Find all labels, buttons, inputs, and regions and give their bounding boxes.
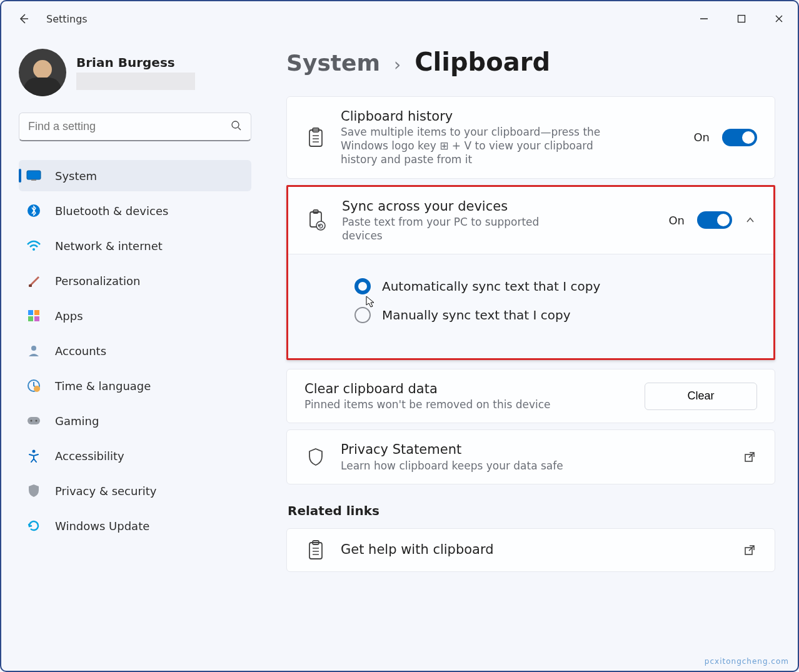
sidebar-item-label: Privacy & security [55, 484, 157, 498]
svg-rect-8 [29, 284, 32, 287]
sidebar-item-update[interactable]: Windows Update [19, 510, 251, 541]
bluetooth-icon [26, 203, 41, 218]
system-icon [26, 168, 41, 183]
sidebar-item-privacy[interactable]: Privacy & security [19, 475, 251, 506]
sidebar-item-label: Apps [55, 309, 83, 323]
clipboard-icon [304, 128, 327, 148]
related-help-clipboard[interactable]: Get help with clipboard [286, 528, 775, 572]
radio-label: Manually sync text that I copy [382, 308, 571, 323]
chevron-up-icon[interactable] [745, 214, 756, 226]
setting-title: Clipboard history [341, 108, 680, 125]
svg-point-15 [34, 386, 40, 392]
setting-sync-devices-highlighted: Sync across your devices Paste text from… [286, 185, 775, 360]
svg-point-17 [31, 420, 33, 422]
radio-manual-sync[interactable]: Manually sync text that I copy [354, 307, 756, 323]
svg-rect-10 [34, 310, 39, 315]
svg-point-7 [33, 248, 35, 251]
svg-rect-9 [28, 310, 33, 315]
back-button[interactable] [16, 11, 31, 26]
svg-rect-11 [28, 316, 33, 321]
page-title: Clipboard [415, 48, 550, 76]
sidebar-item-personalization[interactable]: Personalization [19, 265, 251, 296]
apps-icon [26, 308, 41, 323]
chevron-right-icon: › [394, 54, 401, 75]
sync-toggle[interactable] [697, 211, 732, 229]
svg-rect-5 [31, 179, 36, 181]
clipboard-history-toggle[interactable] [722, 129, 757, 146]
shield-outline-icon [304, 448, 327, 466]
sidebar-item-accounts[interactable]: Accounts [19, 335, 251, 366]
user-profile[interactable]: Brian Burgess [19, 49, 251, 96]
svg-rect-29 [309, 543, 322, 559]
radio-icon [354, 307, 371, 323]
search-box[interactable] [19, 113, 251, 141]
gamepad-icon [26, 413, 41, 428]
svg-point-2 [232, 121, 239, 128]
toggle-state-label: On [693, 131, 710, 144]
accessibility-icon [26, 448, 41, 463]
person-icon [26, 343, 41, 358]
toggle-state-label: On [668, 214, 685, 227]
clipboard-sync-icon [306, 209, 328, 231]
watermark: pcxitongcheng.com [705, 657, 789, 666]
clear-button[interactable]: Clear [645, 383, 757, 410]
external-link-icon [742, 543, 757, 558]
sidebar-item-network[interactable]: Network & internet [19, 230, 251, 261]
radio-label: Automatically sync text that I copy [382, 279, 600, 294]
shield-icon [26, 483, 41, 498]
external-link-icon [742, 449, 757, 464]
profile-name: Brian Burgess [76, 55, 195, 70]
sync-header-row[interactable]: Sync across your devices Paste text from… [288, 187, 773, 254]
brush-icon [26, 273, 41, 288]
main-content: System › Clipboard Clipboard history Sav… [264, 36, 798, 671]
svg-rect-12 [34, 316, 39, 321]
update-icon [26, 518, 41, 533]
close-button[interactable] [760, 6, 798, 31]
sidebar-item-time[interactable]: Time & language [19, 370, 251, 401]
setting-title: Privacy Statement [341, 441, 728, 458]
clipboard-icon [304, 540, 327, 560]
cursor-icon [366, 296, 376, 308]
sidebar-item-system[interactable]: System [19, 160, 251, 191]
sidebar-item-apps[interactable]: Apps [19, 300, 251, 331]
title-bar: Settings [1, 1, 798, 36]
search-input[interactable] [28, 120, 231, 133]
setting-description: Learn how clipboard keeps your data safe [341, 459, 728, 473]
breadcrumb-parent[interactable]: System [286, 50, 380, 76]
setting-description: Paste text from your PC to supported dev… [342, 215, 555, 243]
sidebar-item-label: Network & internet [55, 239, 163, 253]
svg-rect-16 [28, 417, 40, 424]
app-title: Settings [46, 13, 88, 25]
sidebar-item-label: Bluetooth & devices [55, 204, 168, 218]
avatar [19, 49, 66, 96]
sidebar-item-label: Gaming [55, 414, 99, 428]
svg-rect-1 [738, 16, 745, 23]
sidebar-item-label: Accessibility [55, 449, 124, 463]
setting-description: Pinned items won't be removed on this de… [304, 398, 551, 411]
sidebar: Brian Burgess System Bluetooth & devi [1, 36, 264, 671]
related-link-label: Get help with clipboard [341, 541, 728, 558]
radio-auto-sync[interactable]: Automatically sync text that I copy [354, 278, 756, 294]
sidebar-item-label: System [55, 169, 97, 183]
clock-globe-icon [26, 378, 41, 393]
setting-clear-clipboard: Clear clipboard data Pinned items won't … [286, 369, 775, 423]
maximize-button[interactable] [723, 6, 760, 31]
radio-icon [354, 278, 371, 294]
svg-point-19 [33, 450, 36, 453]
wifi-icon [26, 238, 41, 253]
sidebar-item-label: Accounts [55, 344, 106, 358]
svg-rect-4 [27, 171, 41, 179]
svg-point-13 [31, 346, 36, 351]
sidebar-item-bluetooth[interactable]: Bluetooth & devices [19, 195, 251, 226]
sidebar-item-accessibility[interactable]: Accessibility [19, 440, 251, 471]
sidebar-item-label: Time & language [55, 379, 151, 393]
setting-clipboard-history: Clipboard history Save multiple items to… [286, 96, 775, 179]
profile-email-redacted [76, 73, 195, 90]
sync-options: Automatically sync text that I copy Manu… [288, 254, 773, 358]
nav-list: System Bluetooth & devices Network & int… [19, 160, 251, 541]
svg-point-18 [36, 420, 38, 422]
setting-title: Clear clipboard data [304, 381, 551, 398]
minimize-button[interactable] [685, 6, 723, 31]
sidebar-item-gaming[interactable]: Gaming [19, 405, 251, 436]
setting-privacy-statement[interactable]: Privacy Statement Learn how clipboard ke… [286, 429, 775, 484]
